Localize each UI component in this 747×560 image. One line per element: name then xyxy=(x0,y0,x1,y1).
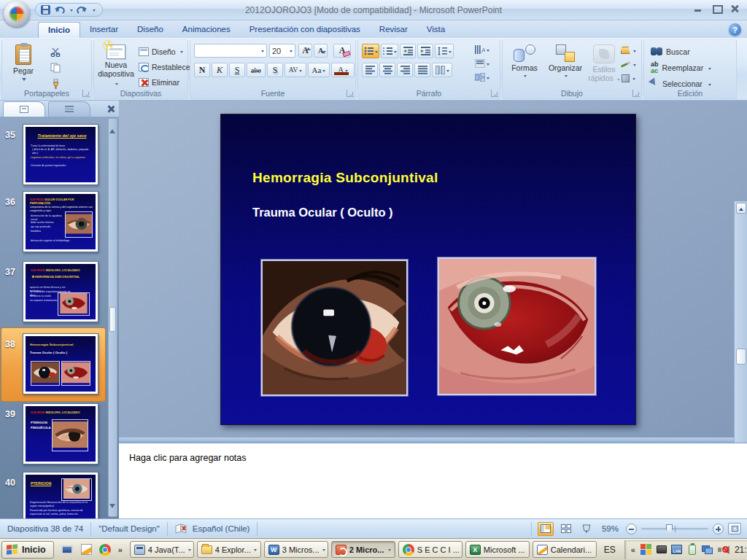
tray-collapse-button[interactable]: « xyxy=(630,545,637,554)
change-case-button[interactable]: Aa xyxy=(308,63,330,77)
shrink-font-button[interactable]: A xyxy=(314,44,328,58)
language-indicator[interactable]: ES xyxy=(600,545,620,555)
increase-indent-button[interactable] xyxy=(417,44,433,58)
align-left-button[interactable] xyxy=(362,63,378,77)
font-dialog-launcher[interactable] xyxy=(347,90,354,97)
align-text-button[interactable] xyxy=(469,57,495,70)
taskbar-clock[interactable]: 21:20 xyxy=(732,545,747,555)
restore-icon[interactable] xyxy=(712,4,721,12)
align-right-button[interactable] xyxy=(397,63,413,77)
new-slide-button[interactable]: Nuevadiapositiva xyxy=(96,42,136,88)
taskbar-button-java[interactable]: 4 Java(T... xyxy=(130,541,194,558)
thumbnail-slide-40[interactable]: PTERIGION Degeneración fibrovascular de … xyxy=(23,472,98,518)
clipboard-dialog-launcher[interactable] xyxy=(82,90,90,97)
zoom-in-icon[interactable] xyxy=(713,524,724,534)
strikethrough-button[interactable]: abe xyxy=(247,63,266,77)
reset-slide-button[interactable]: Restablecer xyxy=(136,61,187,73)
taskbar-button-word[interactable]: W 3 Micros... xyxy=(264,541,328,558)
normal-view-button[interactable] xyxy=(538,522,554,536)
slide-sorter-view-button[interactable] xyxy=(558,522,574,536)
align-center-button[interactable] xyxy=(379,63,395,77)
quick-launch-app-icon[interactable] xyxy=(79,542,94,557)
redo-icon[interactable] xyxy=(77,5,88,15)
monitor-icon[interactable] xyxy=(656,544,667,556)
status-language[interactable]: Español (Chile) xyxy=(168,522,258,536)
zoom-slider-thumb[interactable] xyxy=(666,524,673,534)
scroll-up-icon[interactable] xyxy=(736,203,746,214)
shape-effects-button[interactable] xyxy=(618,72,638,84)
paragraph-dialog-launcher[interactable] xyxy=(491,90,498,97)
close-icon[interactable] xyxy=(730,4,740,12)
show-desktop-icon[interactable] xyxy=(60,542,75,557)
tab-inicio[interactable]: Inicio xyxy=(38,22,80,38)
font-name-combo[interactable] xyxy=(194,44,267,58)
tab-presentacion[interactable]: Presentación con diapositivas xyxy=(240,22,370,38)
paste-button[interactable]: Pegar xyxy=(7,42,40,82)
tab-animaciones[interactable]: Animaciones xyxy=(173,22,240,38)
save-icon[interactable] xyxy=(41,5,50,15)
slide-subtitle[interactable]: Trauma Ocular ( Oculto ) xyxy=(252,206,393,219)
chrome-icon[interactable] xyxy=(98,542,113,557)
copy-button[interactable] xyxy=(46,61,65,75)
shape-outline-button[interactable] xyxy=(618,58,638,70)
bold-button[interactable]: N xyxy=(194,63,210,77)
zoom-out-icon[interactable] xyxy=(626,524,637,534)
slide-layout-button[interactable]: Diseño xyxy=(136,45,187,58)
tab-vista[interactable]: Vista xyxy=(417,22,454,38)
italic-button[interactable]: K xyxy=(212,63,228,77)
zoom-slider[interactable] xyxy=(641,528,708,530)
panel-scrollbar[interactable] xyxy=(108,118,117,517)
eye-photo-right[interactable] xyxy=(438,257,596,395)
eye-photo-left[interactable] xyxy=(261,260,408,396)
slide-canvas[interactable]: Hemorragia Subconjuntival Trauma Ocular … xyxy=(220,114,636,425)
text-shadow-button[interactable]: S xyxy=(267,63,283,77)
tab-diseno[interactable]: Diseño xyxy=(128,22,173,38)
slideshow-view-button[interactable] xyxy=(578,522,595,536)
thumbnail-slide-37[interactable]: OJO ROJO INDOLORO, LOCALIZADO HEMORRAGIA… xyxy=(23,261,98,322)
tab-insertar[interactable]: Insertar xyxy=(80,22,128,38)
panel-tab-outline[interactable] xyxy=(48,101,90,117)
panel-scroll-up-icon[interactable] xyxy=(109,120,116,127)
cut-button[interactable] xyxy=(46,44,65,59)
panel-tab-slides[interactable] xyxy=(3,101,45,117)
thumbnail-slide-38[interactable]: Hemorragia Subconjuntival Trauma Ocular … xyxy=(23,333,98,394)
convert-smartart-button[interactable] xyxy=(469,71,495,84)
start-button[interactable]: Inicio xyxy=(1,541,54,559)
shape-fill-button[interactable] xyxy=(618,44,638,56)
line-spacing-button[interactable] xyxy=(435,44,454,58)
replace-button[interactable]: abac Reemplazar xyxy=(650,61,732,74)
minimize-icon[interactable] xyxy=(694,4,703,12)
panel-scroll-down-icon[interactable] xyxy=(109,508,116,515)
taskbar-button-calendar[interactable]: Calendari... xyxy=(533,541,597,558)
taskbar-button-excel[interactable]: X Microsoft ... xyxy=(465,541,530,558)
character-spacing-button[interactable]: AV xyxy=(285,63,306,77)
office-button[interactable] xyxy=(4,1,30,27)
arrange-button[interactable]: Organizar xyxy=(545,42,586,78)
quick-styles-button[interactable]: Estilosrápidos xyxy=(587,42,621,83)
volume-muted-icon[interactable] xyxy=(717,544,729,556)
taskbar-button-explorer[interactable]: 4 Explor... xyxy=(197,541,261,558)
quick-launch-overflow[interactable]: » xyxy=(117,545,124,554)
zoom-percentage[interactable]: 59% xyxy=(599,524,622,533)
drawing-dialog-launcher[interactable] xyxy=(632,90,640,97)
text-direction-button[interactable]: A xyxy=(469,43,495,56)
underline-button[interactable]: S xyxy=(229,63,245,77)
notes-splitter[interactable] xyxy=(119,438,734,443)
notes-pane[interactable]: Haga clic para agregar notas xyxy=(119,443,747,518)
font-color-button[interactable]: A xyxy=(331,63,355,77)
network-connection-icon[interactable] xyxy=(702,544,713,556)
font-size-combo[interactable]: 20 xyxy=(269,44,295,58)
justify-button[interactable] xyxy=(414,63,430,77)
numbering-button[interactable] xyxy=(381,44,398,58)
bullets-button[interactable] xyxy=(362,44,379,58)
tab-revisar[interactable]: Revisar xyxy=(370,22,417,38)
delete-slide-button[interactable]: Eliminar xyxy=(136,76,187,88)
thumbnail-slide-39[interactable]: OJO ROJO INDOLORO, LOCALIZADO PTERIGION … xyxy=(23,403,98,464)
thumbnail-slide-36[interactable]: OJO ROJO DOLOR OCULAR POR PERFORACIÓN. c… xyxy=(23,191,98,252)
clear-formatting-button[interactable]: A xyxy=(333,44,351,58)
panel-close-icon[interactable] xyxy=(106,104,115,114)
shapes-button[interactable]: Formas xyxy=(507,42,542,78)
taskbar-button-powerpoint[interactable]: 2 Micro... xyxy=(331,541,395,558)
panel-scrollbar-thumb[interactable] xyxy=(109,307,116,332)
scrollbar-thumb[interactable] xyxy=(736,349,746,365)
